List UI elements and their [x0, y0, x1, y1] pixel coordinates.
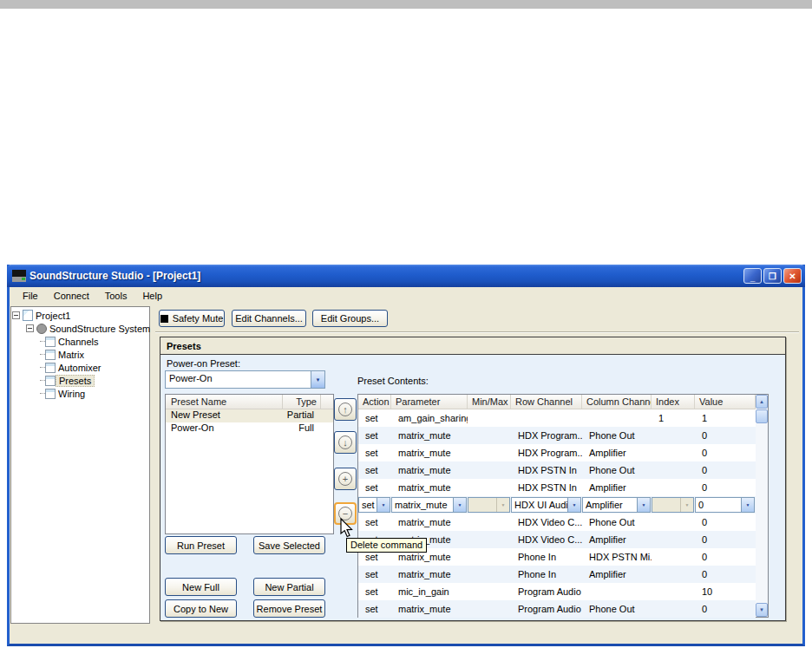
table-cell: 0	[695, 566, 756, 583]
menu-tools[interactable]: Tools	[97, 289, 135, 303]
edit-combo[interactable]: set▼	[358, 497, 390, 513]
edit-combo[interactable]: ▼	[468, 497, 510, 513]
preset-list-row[interactable]: New PresetPartial	[166, 409, 333, 422]
table-row[interactable]: setmatrix_muteHDX Program...Phone Out0	[358, 427, 756, 444]
table-cell	[468, 600, 511, 618]
column-header-preset-name[interactable]: Preset Name	[166, 395, 283, 409]
column-header-index[interactable]: Index	[652, 395, 695, 409]
edit-combo[interactable]: matrix_mute▼	[391, 497, 467, 513]
table-cell: Phone Out	[582, 461, 652, 479]
vertical-scrollbar[interactable]: ▲ ▼	[756, 395, 768, 617]
chevron-down-icon[interactable]: ▼	[377, 498, 390, 512]
tree-item-label[interactable]: Project1	[33, 311, 73, 321]
preset-list-row[interactable]: Power-OnFull	[166, 422, 333, 435]
mouse-cursor	[339, 518, 355, 539]
scroll-down-icon[interactable]: ▼	[756, 603, 768, 617]
table-cell	[468, 583, 511, 600]
tree-item-matrix[interactable]: Matrix	[11, 348, 149, 361]
table-row[interactable]: setam_gain_sharing11	[358, 409, 756, 427]
menu-help[interactable]: Help	[134, 289, 170, 303]
edit-groups-button[interactable]: Edit Groups...	[312, 310, 388, 327]
table-row[interactable]: setmatrix_mutePhone InAmplifier0	[358, 566, 756, 583]
table-cell	[468, 548, 511, 566]
tree-item-project1[interactable]: Project1	[11, 309, 149, 322]
chevron-down-icon[interactable]: ▼	[453, 498, 466, 512]
add-command-button[interactable]: +	[334, 468, 357, 490]
power-on-preset-combo[interactable]: Power-On ▼	[165, 370, 325, 389]
column-header-column-channel[interactable]: Column Channel	[582, 395, 652, 409]
tree-item-label[interactable]: Matrix	[56, 350, 87, 360]
edit-combo[interactable]: HDX UI Audi▼	[511, 497, 581, 513]
presets-groupbox-title: Presets	[160, 337, 785, 355]
minimize-button[interactable]: _	[743, 268, 762, 284]
move-down-button[interactable]: ↓	[334, 431, 357, 454]
table-row[interactable]: setmatrix_muteHDX Program...Amplifier0	[358, 444, 756, 461]
edit-combo[interactable]: ▼	[652, 497, 694, 513]
maximize-button[interactable]: ❒	[763, 268, 782, 284]
table-row[interactable]: setmic_in_gainProgram Audio10	[358, 583, 756, 600]
remove-preset-button[interactable]: Remove Preset	[253, 599, 325, 618]
edit-channels-button[interactable]: Edit Channels...	[232, 310, 306, 327]
maximize-icon: ❒	[769, 272, 776, 281]
scroll-thumb[interactable]	[756, 409, 768, 423]
table-cell	[468, 461, 511, 479]
chevron-down-icon[interactable]: ▼	[496, 498, 509, 512]
menu-connect[interactable]: Connect	[46, 289, 97, 303]
column-header-parameter[interactable]: Parameter	[391, 395, 468, 409]
table-cell: set	[358, 427, 391, 444]
tree-item-presets[interactable]: Presets	[11, 374, 149, 387]
tree-item-label[interactable]: SoundStructure System	[47, 324, 153, 334]
tree-item-label[interactable]: Automixer	[56, 363, 104, 373]
safety-mute-button[interactable]: Safety Mute	[159, 310, 225, 327]
copy-to-new-button[interactable]: Copy to New	[165, 599, 237, 618]
column-header-row-channel[interactable]: Row Channel	[511, 395, 582, 409]
table-cell: 0	[695, 479, 756, 496]
table-cell: HDX PSTN In	[511, 479, 582, 496]
table-cell: matrix_mute	[391, 566, 468, 583]
save-selected-button[interactable]: Save Selected	[253, 536, 325, 554]
table-cell: Program Audio	[511, 583, 582, 600]
chevron-down-icon[interactable]: ▼	[680, 498, 693, 512]
column-header-action[interactable]: Action	[358, 395, 391, 409]
tree-item-soundstructure-system[interactable]: SoundStructure System	[11, 322, 149, 335]
run-preset-button[interactable]: Run Preset	[165, 536, 237, 554]
plus-icon: +	[338, 472, 352, 486]
chevron-down-icon[interactable]: ▼	[741, 498, 754, 512]
chevron-down-icon[interactable]: ▼	[567, 498, 580, 512]
table-row[interactable]: setmatrix_muteProgram AudioPhone Out0	[358, 600, 756, 618]
move-up-button[interactable]: ↑	[334, 398, 357, 421]
table-cell: HDX PSTN In	[511, 461, 582, 479]
collapse-icon[interactable]	[26, 324, 34, 332]
screen: SoundStructure Studio - [Project1] _ ❒ ✕…	[0, 0, 812, 648]
scroll-up-icon[interactable]: ▲	[756, 395, 768, 409]
tree-item-wiring[interactable]: Wiring	[11, 387, 149, 400]
title-bar[interactable]: SoundStructure Studio - [Project1] _ ❒ ✕	[7, 265, 805, 287]
table-row[interactable]: set▼matrix_mute▼▼HDX UI Audi▼Amplifier▼▼…	[358, 496, 756, 514]
preset-name: New Preset	[166, 409, 283, 422]
new-full-button[interactable]: New Full	[165, 578, 237, 596]
edit-combo[interactable]: Amplifier▼	[582, 497, 651, 513]
close-button[interactable]: ✕	[783, 268, 802, 284]
chevron-down-icon[interactable]: ▼	[311, 371, 324, 388]
tree-item-channels[interactable]: Channels	[11, 335, 149, 348]
table-row[interactable]: setmatrix_muteHDX PSTN InPhone Out0	[358, 461, 756, 479]
app-icon	[12, 270, 26, 282]
new-partial-button[interactable]: New Partial	[253, 578, 325, 596]
menu-file[interactable]: File	[15, 289, 46, 303]
column-header-value[interactable]: Value	[695, 395, 756, 409]
chevron-down-icon[interactable]: ▼	[637, 498, 650, 512]
column-header-type[interactable]: Type	[283, 395, 321, 409]
edit-combo[interactable]: 0▼	[695, 497, 755, 513]
table-cell	[652, 600, 695, 618]
table-row[interactable]: setmatrix_muteHDX Video C...Phone Out0	[358, 514, 756, 531]
tree-item-automixer[interactable]: Automixer	[11, 361, 149, 374]
tree-item-label[interactable]: Wiring	[56, 389, 88, 399]
table-cell: Phone Out	[582, 427, 652, 444]
collapse-icon[interactable]	[12, 311, 20, 319]
close-icon: ✕	[789, 272, 796, 281]
tree-item-label[interactable]: Channels	[56, 337, 101, 347]
window-title: SoundStructure Studio - [Project1]	[29, 270, 742, 282]
column-header-min-max[interactable]: Min/Max	[468, 395, 511, 409]
table-row[interactable]: setmatrix_muteHDX PSTN InAmplifier0	[358, 479, 756, 496]
tree-item-label[interactable]: Presets	[56, 375, 95, 387]
